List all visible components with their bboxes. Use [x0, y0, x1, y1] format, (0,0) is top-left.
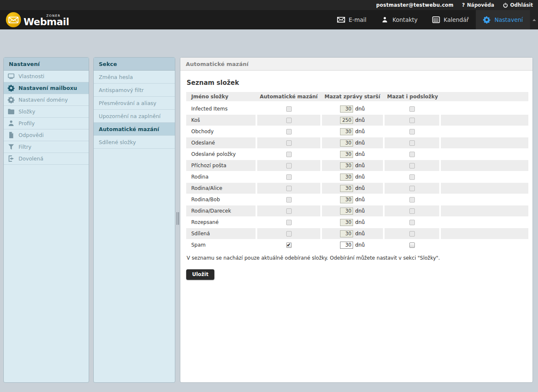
person-icon	[8, 120, 15, 127]
delete-subfolders-checkbox	[409, 106, 415, 112]
auto-delete-checkbox[interactable]: ✔	[286, 242, 292, 248]
delete-subfolders-checkbox	[409, 140, 415, 146]
filler-cell	[441, 239, 528, 250]
top-bar: postmaster@testwebu.com ? Nápověda Odhlá…	[0, 0, 538, 10]
sidebar-item-label: Nastavení mailboxu	[18, 85, 77, 91]
folder-name-cell: Rozepsané	[186, 217, 256, 228]
delete-subfolders-checkbox[interactable]	[409, 242, 415, 248]
section-item-upozorn-n-na-zapln-n-[interactable]: Upozornění na zaplnění	[94, 110, 175, 123]
section-item-p-esm-rov-n-a-aliasy[interactable]: Přesměrování a aliasy	[94, 97, 175, 110]
filler-cell	[441, 217, 528, 228]
nav-item-kontakty[interactable]: Kontakty	[374, 10, 425, 29]
table-row: Rodina/Bobdnů	[186, 194, 528, 205]
sidebar-item-dovolen-[interactable]: Dovolená	[4, 153, 89, 165]
table-row: Odeslané položkydnů	[186, 149, 528, 160]
auto-delete-checkbox	[286, 208, 292, 214]
table-row: Sdílenádnů	[186, 228, 528, 239]
filler-cell	[441, 183, 528, 194]
question-icon: ?	[462, 2, 465, 8]
folder-name-cell: Obchody	[186, 126, 256, 137]
folder-name-cell: Infected Items	[186, 103, 256, 114]
days-unit-label: dnů	[355, 208, 365, 214]
section-item-antispamov-filtr[interactable]: Antispamový filtr	[94, 84, 175, 97]
delete-subfolders-checkbox	[409, 163, 415, 168]
folder-name-cell: Rodina/Darecek	[186, 205, 256, 216]
days-input[interactable]	[340, 242, 353, 249]
days-input	[340, 151, 353, 158]
nav-item-email[interactable]: E-mail	[330, 10, 374, 29]
contacts-icon	[381, 16, 389, 23]
folder-name-cell: Sdílená	[186, 228, 256, 239]
delete-subfolders-checkbox	[409, 129, 415, 134]
filler-cell	[441, 194, 528, 205]
filler-cell	[441, 160, 528, 171]
table-row: Rodina/Alicednů	[186, 183, 528, 194]
section-item-sd-len-slo-ky[interactable]: Sdílené složky	[94, 136, 175, 149]
nav-item-label: E-mail	[349, 16, 367, 23]
subscription-note: V seznamu se nachází pouze aktuálně odeb…	[187, 255, 527, 261]
sidebar-item-label: Složky	[18, 108, 35, 115]
days-input	[340, 230, 353, 237]
days-unit-label: dnů	[355, 163, 365, 168]
nav-item-kalend[interactable]: Kalendář	[425, 10, 476, 29]
help-label: Nápověda	[467, 2, 494, 8]
section-subtitle: Seznam složek	[187, 79, 527, 87]
page-title: Automatické mazání	[180, 58, 533, 71]
sidebar-item-label: Profily	[18, 120, 35, 126]
delete-subfolders-checkbox	[409, 174, 415, 180]
sidebar-item-label: Filtry	[18, 144, 32, 150]
days-unit-label: dnů	[355, 197, 365, 203]
sidebar-item-nastaven-dom-ny[interactable]: Nastavení domény	[4, 94, 89, 106]
chevron-up-icon	[533, 19, 536, 21]
days-unit-label: dnů	[355, 219, 365, 225]
days-unit-label: dnů	[355, 231, 365, 237]
column-header: Jméno složky	[186, 92, 256, 101]
table-row: Rozepsanédnů	[186, 217, 528, 228]
section-item-zm-na-hesla[interactable]: Změna hesla	[94, 71, 175, 84]
sidebar-item-label: Vlastnosti	[18, 73, 45, 79]
sidebar-item-profily[interactable]: Profily	[4, 118, 89, 129]
filler-cell	[441, 103, 528, 114]
collapse-nav-button[interactable]	[530, 10, 538, 29]
sidebar-item-filtry[interactable]: Filtry	[4, 141, 89, 153]
brand-webmail: Webmail	[24, 18, 69, 26]
sidebar-item-odpov-di[interactable]: Odpovědi	[4, 129, 89, 141]
delete-subfolders-checkbox	[409, 118, 415, 123]
save-button[interactable]: Uložit	[186, 269, 214, 280]
delete-subfolders-checkbox	[409, 197, 415, 203]
settings-sidebar: Nastavení VlastnostiNastavení mailboxuNa…	[3, 57, 89, 383]
filler-cell	[441, 171, 528, 182]
help-link[interactable]: ? Nápověda	[462, 2, 494, 8]
calendar-icon	[432, 16, 440, 23]
sidebar-item-nastaven-mailboxu[interactable]: Nastavení mailboxu	[4, 82, 89, 94]
days-input	[340, 196, 353, 203]
nav-item-nastaven[interactable]: Nastavení	[476, 10, 530, 29]
sections-title: Sekce	[94, 58, 175, 71]
sidebar-item-vlastnosti[interactable]: Vlastnosti	[4, 71, 89, 82]
webmail-logo[interactable]: ZONER Webmail	[0, 10, 69, 29]
days-input	[340, 219, 353, 226]
days-input	[340, 185, 353, 192]
folder-name-cell: Rodina/Bob	[186, 194, 256, 205]
days-unit-label: dnů	[355, 140, 365, 146]
mail-icon	[337, 16, 345, 23]
logout-link[interactable]: Odhlásit	[503, 2, 533, 8]
sidebar-item-label: Odpovědi	[18, 132, 44, 138]
sidebar-item-slo-ky[interactable]: Složky	[4, 106, 89, 118]
column-header: Mazat i podsložky	[385, 92, 439, 101]
column-header: Mazat zprávy starší	[322, 92, 383, 101]
panel-splitter-handle[interactable]	[176, 212, 179, 225]
folder-name-cell: Rodina	[186, 171, 256, 182]
auto-delete-checkbox	[286, 129, 292, 134]
exit-icon	[8, 155, 15, 162]
folders-table: Jméno složkyAutomatické mazáníMazat zprá…	[186, 92, 528, 250]
content-area: Nastavení VlastnostiNastavení mailboxuNa…	[0, 29, 538, 392]
auto-delete-checkbox	[286, 106, 292, 112]
days-input	[340, 128, 353, 135]
main-panel: Automatické mazání Seznam složek Jméno s…	[180, 57, 533, 383]
auto-delete-checkbox	[286, 140, 292, 146]
column-header: Automatické mazání	[257, 92, 320, 101]
table-row: Obchodydnů	[186, 126, 528, 137]
delete-subfolders-checkbox	[409, 220, 415, 225]
section-item-automatick-maz-n-[interactable]: Automatické mazání	[94, 123, 175, 136]
